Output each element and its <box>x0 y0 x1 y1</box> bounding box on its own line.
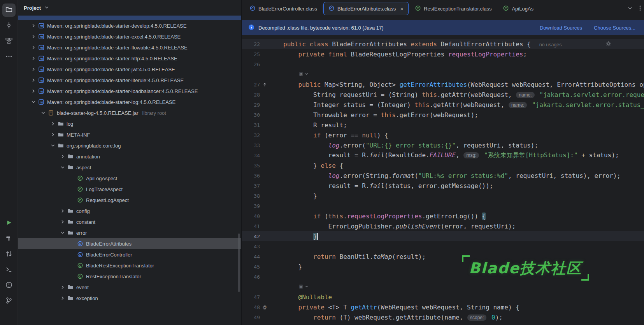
code-line[interactable]: 49 return (T) webRequest.getAttribute(na… <box>242 312 644 322</box>
hidden-tabs-chevron-icon[interactable] <box>627 5 633 12</box>
tree-item[interactable]: mMaven: org.springblade:blade-starter-lo… <box>18 86 241 97</box>
chevron-down-icon[interactable] <box>59 164 66 170</box>
code-line[interactable]: 28 String requestUri = (String) this.get… <box>242 90 644 100</box>
gutter[interactable]: 31 <box>242 122 272 128</box>
chevron-right-icon[interactable] <box>59 295 66 301</box>
code-line[interactable]: 37 result = R.fail(status, error.getMess… <box>242 181 644 191</box>
chevron-right-icon[interactable] <box>30 88 37 94</box>
tree-item[interactable]: CBladeErrorAttributes <box>18 238 241 249</box>
editor-tab[interactable]: CBladeErrorAttributes.class× <box>323 2 409 15</box>
chevron-right-icon[interactable] <box>30 44 37 51</box>
gutter[interactable]: 32 <box>242 132 272 138</box>
tree-item[interactable]: mMaven: org.springblade:blade-starter-ex… <box>18 31 241 42</box>
tree-item[interactable]: mMaven: org.springblade:blade-starter-de… <box>18 20 241 31</box>
tree-item[interactable]: config <box>18 206 241 216</box>
tree-item[interactable]: CApiLogAspect <box>18 173 241 184</box>
gutter[interactable]: 33 <box>242 142 272 148</box>
tree-item[interactable]: aspect <box>18 162 241 173</box>
gutter[interactable]: 36 <box>242 173 272 179</box>
structure-tool-window-button[interactable] <box>2 35 16 48</box>
gutter[interactable]: 41 <box>242 223 272 229</box>
code-line[interactable]: 35 } else { <box>242 160 644 170</box>
gutter[interactable]: 34 <box>242 153 272 158</box>
tree-item[interactable]: error <box>18 227 241 238</box>
editor-options-kebab-icon[interactable] <box>637 5 643 12</box>
project-panel-scrollbar[interactable] <box>238 234 240 292</box>
gutter[interactable]: 42 <box>242 234 272 239</box>
editor-tab[interactable]: CBladeErrorController.class <box>244 2 322 15</box>
code-line[interactable]: 39 <box>242 201 644 211</box>
collapsed-annotations-inlay[interactable]: @ <box>298 284 309 289</box>
choose-sources-link[interactable]: Choose Sources... <box>594 25 635 31</box>
tree-item[interactable]: mMaven: org.springblade:blade-starter-ht… <box>18 53 241 64</box>
chevron-right-icon[interactable] <box>59 219 66 225</box>
collapsed-annotations-inlay[interactable]: @ <box>298 72 309 77</box>
chevron-right-icon[interactable] <box>30 55 37 61</box>
close-tab-icon[interactable]: × <box>400 6 404 12</box>
code-line[interactable]: 42 } <box>242 231 644 241</box>
tree-item[interactable]: CRequestLogAspect <box>18 195 241 206</box>
gutter[interactable]: 45 <box>242 264 272 270</box>
project-tool-window-button[interactable] <box>2 4 16 17</box>
code-line[interactable]: @ <box>242 282 644 292</box>
gutter[interactable]: 38 <box>242 193 272 199</box>
gutter[interactable]: 30 <box>242 112 272 118</box>
project-panel-header[interactable]: Project <box>18 0 241 16</box>
chevron-right-icon[interactable] <box>30 23 37 29</box>
tree-item[interactable]: exception <box>18 293 241 304</box>
gutter[interactable]: 27 <box>242 82 272 88</box>
gutter[interactable]: 44 <box>242 254 272 260</box>
code-line[interactable]: 44 return BeanUtil.toMap(result); <box>242 251 644 262</box>
code-line[interactable]: 34 result = R.fail(ResultCode.FAILURE, m… <box>242 150 644 160</box>
code-line[interactable]: 30 Throwable error = this.getError(webRe… <box>242 110 644 120</box>
code-line[interactable]: 26 <box>242 59 644 69</box>
editor-tab[interactable]: CApiLogAs <box>498 2 539 15</box>
tree-item[interactable]: org.springblade.core.log <box>18 140 241 151</box>
tree-item[interactable]: CLogTraceAspect <box>18 184 241 195</box>
code-line[interactable]: 41 ErrorLogPublisher.publishEvent(error,… <box>242 221 644 231</box>
gutter[interactable]: 49 <box>242 314 272 320</box>
gutter[interactable]: 46 <box>242 274 272 280</box>
build-tool-window-button[interactable] <box>2 232 16 245</box>
tree-item[interactable]: annotation <box>18 151 241 162</box>
download-sources-link[interactable]: Download Sources <box>540 25 582 31</box>
problems-tool-window-button[interactable] <box>2 279 16 292</box>
commit-tool-window-button[interactable] <box>2 19 16 32</box>
chevron-right-icon[interactable] <box>30 33 37 40</box>
tree-item[interactable]: CBladeRestExceptionTranslator <box>18 260 241 271</box>
gutter[interactable]: 28 <box>242 92 272 98</box>
code-line[interactable]: 36 log.error(String.format("URL:%s error… <box>242 170 644 181</box>
gutter[interactable]: 40 <box>242 213 272 219</box>
gutter[interactable]: 37 <box>242 183 272 189</box>
tree-item[interactable]: mMaven: org.springblade:blade-starter-jw… <box>18 64 241 75</box>
code-line[interactable]: 22public class BladeErrorAttributes exte… <box>242 39 644 49</box>
gutter[interactable]: 26 <box>242 61 272 67</box>
code-line[interactable]: 48@ private <T> T getAttr(WebRequest web… <box>242 302 644 312</box>
gutter[interactable]: 35 <box>242 163 272 169</box>
chevron-right-icon[interactable] <box>49 132 56 138</box>
editor-tab[interactable]: CRestExceptionTranslator.class <box>410 2 497 15</box>
tree-item[interactable]: mMaven: org.springblade:blade-starter-fl… <box>18 42 241 53</box>
tree-item-partial[interactable] <box>18 16 241 20</box>
run-tool-window-button[interactable] <box>2 248 16 261</box>
code-line[interactable]: 32 if (error == null) { <box>242 130 644 140</box>
gutter[interactable]: 22 <box>242 41 272 47</box>
more-tool-windows-button[interactable] <box>2 50 16 63</box>
chevron-right-icon[interactable] <box>59 284 66 290</box>
code-line[interactable]: @ <box>242 69 644 79</box>
code-line[interactable]: 27 public Map<String, Object> getErrorAt… <box>242 79 644 90</box>
chevron-down-icon[interactable] <box>40 110 47 116</box>
tree-item[interactable]: mMaven: org.springblade:blade-starter-lo… <box>18 97 241 107</box>
chevron-down-icon[interactable] <box>49 142 56 149</box>
tree-item[interactable]: mMaven: org.springblade:blade-starter-li… <box>18 75 241 86</box>
code-line[interactable]: 29 Integer status = (Integer) this.getAt… <box>242 100 644 110</box>
chevron-right-icon[interactable] <box>49 121 56 127</box>
tree-item[interactable]: blade-starter-log-4.5.0.RELEASE.jarlibra… <box>18 107 241 118</box>
tree-item[interactable]: event <box>18 282 241 293</box>
code-line[interactable]: 25 private final BladeRequestLogProperti… <box>242 49 644 59</box>
version-control-tool-window-button[interactable] <box>2 294 16 307</box>
gutter[interactable]: 48@ <box>242 304 272 310</box>
tree-item[interactable]: log <box>18 118 241 129</box>
tree-item[interactable]: META-INF <box>18 129 241 140</box>
code-line[interactable]: 40 if (this.requestLogProperties.getErro… <box>242 211 644 221</box>
